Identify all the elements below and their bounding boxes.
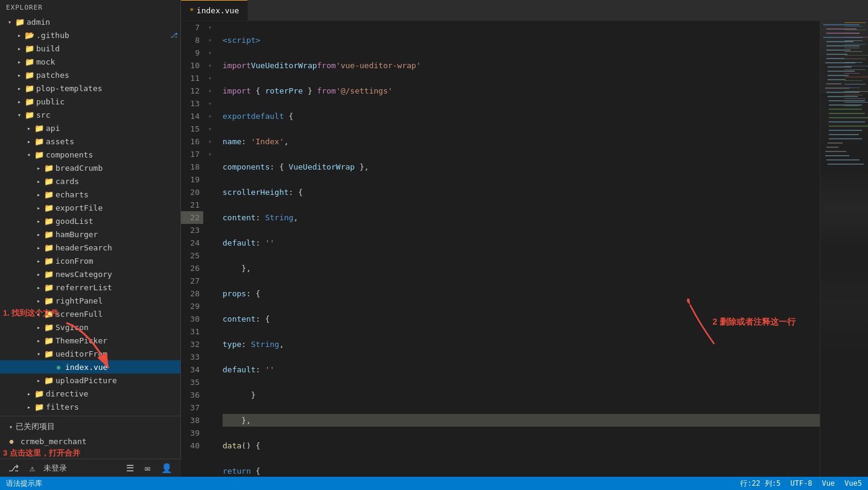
sidebar-item-iconfrom[interactable]: ▸ 📁 iconFrom (0, 254, 180, 267)
svg-rect-14 (828, 71, 855, 72)
svg-rect-35 (826, 159, 860, 161)
label-admin: admin (25, 18, 50, 27)
label-src: src (35, 110, 50, 119)
folder-icon-public: 📁 (24, 97, 35, 106)
arrow-themepicker: ▸ (34, 337, 43, 344)
sidebar-item-cards[interactable]: ▸ 📁 cards (0, 174, 180, 188)
svg-rect-49 (844, 66, 868, 66)
list-icon[interactable]: ☰ (124, 462, 136, 475)
git-icon: ⎇ (170, 31, 178, 39)
sidebar-item-rightpanel[interactable]: ▸ 📁 rightPanel (0, 294, 180, 307)
annotation-step3: 3 点击这里，打开合并 (3, 448, 172, 459)
folder-icon-build: 📁 (24, 44, 35, 53)
label-rightpanel: rightPanel (54, 296, 103, 305)
svg-rect-41 (844, 37, 868, 37)
code-area: 7891011 1213141516 1718192021 22 2324252… (181, 21, 868, 490)
branch-icon[interactable]: ⎇ (6, 462, 21, 475)
sidebar-item-echarts[interactable]: ▸ 📁 echarts (0, 188, 180, 201)
sidebar-item-directive[interactable]: ▸ 📁 directive (0, 387, 180, 400)
sidebar-item-headersearch[interactable]: ▸ 📁 headerSearch (0, 241, 180, 254)
svg-rect-24 (829, 113, 865, 114)
fold-gutter: ▾▾ ▾ ▾▾ ▾▾▾ ▾ ▾▾ (208, 21, 217, 490)
sidebar-item-svgicon[interactable]: ▸ 📁 SvgIcon (0, 320, 180, 334)
sidebar-item-plop-templates[interactable]: ▸ 📁 plop-templates (0, 81, 180, 95)
svg-rect-36 (828, 164, 864, 165)
status-version[interactable]: Vue5 (844, 479, 862, 488)
sidebar-item-goodlist[interactable]: ▸ 📁 goodList (0, 214, 180, 228)
sidebar-item-exportfile[interactable]: ▸ 📁 exportFile (0, 201, 180, 214)
label-index-vue: index.vue (64, 363, 107, 372)
sidebar-item-index-vue[interactable]: ▸ ◉ index.vue (0, 360, 180, 374)
label-referrerlist: referrerList (54, 283, 112, 292)
code-line-9: import { roterPre } from '@/settings' (223, 84, 820, 97)
warning-icon[interactable]: ⚠ (27, 462, 37, 475)
label-plop: plop-templates (35, 84, 103, 93)
sidebar-item-ureditorfrom[interactable]: ▾ 📁 ueditorFrom (0, 347, 180, 360)
svg-rect-42 (844, 40, 863, 41)
svg-rect-30 (829, 138, 862, 139)
sidebar-item-uploadpicture[interactable]: ▸ 📁 uploadPicture (0, 374, 180, 387)
arrow-echarts: ▸ (34, 191, 43, 198)
code-line-15: default: '' (223, 237, 820, 249)
sidebar-item-components[interactable]: ▾ 📁 components (0, 148, 180, 161)
label-mock: mock (35, 57, 55, 66)
code-content[interactable]: <script> import VueUeditorWrap from 'vue… (217, 21, 820, 490)
svg-rect-53 (844, 80, 863, 81)
status-line-col[interactable]: 行:22 列:5 (740, 479, 781, 489)
tab-index-vue[interactable]: * index.vue (181, 0, 248, 21)
sidebar-item-screenfull[interactable]: ▸ 📁 screenFull (0, 307, 180, 320)
folder-icon-exportfile: 📁 (43, 203, 54, 212)
status-lang[interactable]: Vue (822, 479, 835, 488)
sidebar-item-filters[interactable]: ▸ 📁 filters (0, 400, 180, 413)
arrow-iconfrom: ▸ (34, 258, 43, 264)
tab-modified-dot: * (189, 6, 194, 15)
svg-rect-52 (844, 77, 868, 77)
svg-rect-34 (825, 155, 849, 156)
sidebar-item-themepicker[interactable]: ▸ 📁 ThemePicker (0, 334, 180, 347)
sidebar-item-breadcrumb[interactable]: ▸ 📁 breadCrumb (0, 161, 180, 174)
label-uploadpicture: uploadPicture (54, 376, 117, 385)
sidebar-item-patches[interactable]: ▸ 📁 patches (0, 68, 180, 81)
label-echarts: echarts (54, 190, 89, 199)
sidebar-item-assets[interactable]: ▸ 📁 assets (0, 135, 180, 148)
folder-icon-src: 📁 (24, 110, 35, 119)
svg-rect-17 (826, 83, 841, 84)
sidebar-item-src[interactable]: ▾ 📁 src (0, 108, 180, 121)
svg-rect-46 (844, 55, 868, 56)
svg-rect-56 (844, 91, 868, 92)
closed-projects-title[interactable]: ▾ 已关闭项目 (0, 419, 180, 434)
sidebar-item-admin[interactable]: ▾ 📁 admin (0, 15, 180, 28)
label-build: build (35, 44, 60, 53)
sidebar-item-crmeb-merchant[interactable]: ● crmeb_merchant (0, 434, 180, 448)
account-icon[interactable]: 👤 (159, 462, 175, 475)
folder-icon-breadcrumb: 📁 (43, 164, 54, 173)
code-line-7: <script> (223, 34, 820, 46)
sidebar-item-public[interactable]: ▸ 📁 public (0, 95, 180, 108)
not-logged-in-label[interactable]: 未登录 (43, 463, 67, 474)
arrow-assets: ▸ (24, 138, 34, 145)
arrow-admin: ▾ (5, 19, 14, 25)
folder-icon-svgicon: 📁 (43, 323, 54, 332)
status-encoding[interactable]: UTF-8 (790, 479, 812, 488)
arrow-build: ▸ (14, 45, 24, 52)
svg-rect-60 (844, 106, 860, 106)
sidebar-item-referrerlist[interactable]: ▸ 📁 referrerList (0, 281, 180, 294)
folder-icon-themepicker: 📁 (43, 336, 54, 345)
sidebar-item-hamburger[interactable]: ▸ 📁 hamBurger (0, 228, 180, 241)
folder-icon-mock: 📁 (24, 57, 35, 66)
svg-rect-25 (829, 117, 868, 118)
svg-rect-54 (844, 84, 866, 84)
sidebar-item-github[interactable]: ▸ 📂 .github ⎇ (0, 28, 180, 42)
folder-icon-echarts: 📁 (43, 190, 54, 199)
folder-icon-components: 📁 (34, 150, 45, 159)
status-hint[interactable]: 语法提示库 (6, 479, 42, 489)
label-api: api (45, 124, 60, 133)
svg-rect-26 (829, 121, 865, 122)
arrow-mock: ▸ (14, 59, 24, 65)
sidebar-item-newscategory[interactable]: ▸ 📁 newsCategory (0, 267, 180, 281)
sidebar-item-mock[interactable]: ▸ 📁 mock (0, 55, 180, 68)
sidebar-item-build[interactable]: ▸ 📁 build (0, 42, 180, 55)
sidebar-item-api[interactable]: ▸ 📁 api (0, 121, 180, 135)
mail-icon[interactable]: ✉ (142, 462, 153, 475)
folder-icon-api: 📁 (34, 124, 45, 133)
